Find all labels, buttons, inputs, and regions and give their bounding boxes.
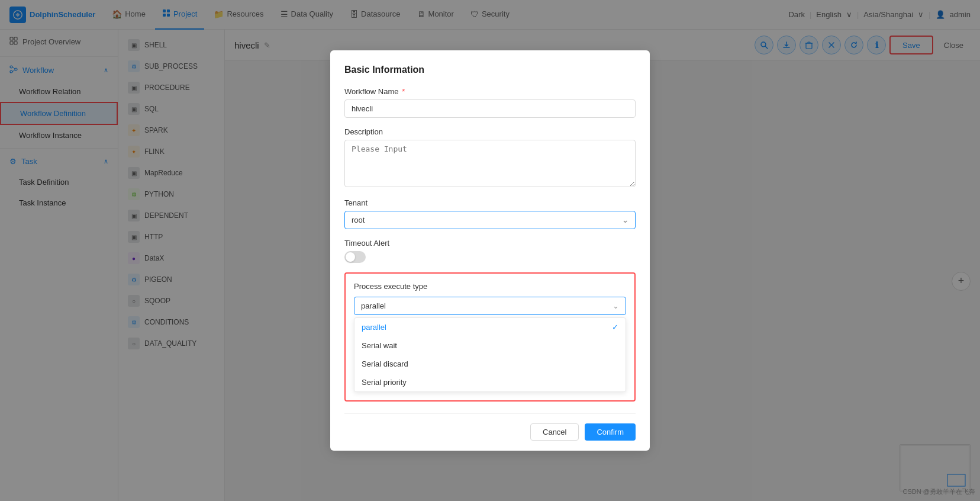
description-group: Description [344,127,636,189]
confirm-button[interactable]: Confirm [585,423,636,441]
tenant-group: Tenant root ⌄ [344,198,636,229]
basic-info-modal: Basic Information Workflow Name * Descri… [330,50,650,451]
toggle-knob [346,252,355,262]
option-parallel-label: parallel [362,323,386,332]
execute-type-label: Process execute type [354,282,626,291]
timeout-group: Timeout Alert [344,239,636,263]
parallel-check: ✓ [612,323,618,332]
description-textarea[interactable] [344,140,636,187]
execute-chevron: ⌄ [612,301,619,310]
option-serial-wait-label: Serial wait [362,341,397,350]
workflow-name-input[interactable] [344,99,636,118]
modal-title: Basic Information [344,65,636,75]
tenant-select-wrapper: root ⌄ [344,211,636,229]
option-serial-discard[interactable]: Serial discard [354,355,626,373]
modal-overlay: Basic Information Workflow Name * Descri… [0,0,980,501]
option-serial-wait[interactable]: Serial wait [354,336,626,355]
tenant-chevron: ⌄ [622,216,628,224]
description-label: Description [344,127,636,136]
timeout-toggle-wrapper [344,251,636,263]
execute-type-dropdown: parallel ✓ Serial wait Serial discard Se… [354,317,626,392]
option-parallel[interactable]: parallel ✓ [354,318,626,336]
tenant-select[interactable]: root ⌄ [344,211,636,229]
timeout-label: Timeout Alert [344,239,636,248]
cancel-button[interactable]: Cancel [530,423,579,441]
tenant-value: root [352,216,365,224]
workflow-name-label: Workflow Name * [344,87,636,96]
option-serial-priority[interactable]: Serial priority [354,373,626,391]
modal-footer: Cancel Confirm [344,413,636,441]
execute-type-select[interactable]: parallel ⌄ [354,297,626,315]
option-serial-discard-label: Serial discard [362,359,408,368]
option-serial-priority-label: Serial priority [362,378,407,387]
required-star: * [400,87,405,96]
process-execute-type-box: Process execute type parallel ⌄ parallel… [344,272,636,402]
timeout-toggle[interactable] [344,251,366,263]
selected-option-display: parallel [361,301,386,310]
workflow-name-group: Workflow Name * [344,87,636,118]
tenant-label: Tenant [344,198,636,207]
